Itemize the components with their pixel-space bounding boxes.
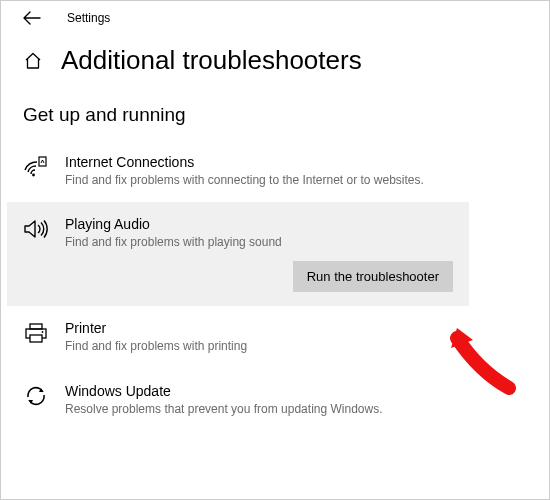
troubleshooter-update[interactable]: Windows Update Resolve problems that pre… xyxy=(7,369,469,431)
item-desc: Find and fix problems with connecting to… xyxy=(65,172,453,188)
troubleshooter-internet[interactable]: Internet Connections Find and fix proble… xyxy=(7,140,469,202)
svg-rect-1 xyxy=(39,157,46,166)
speaker-icon xyxy=(23,216,49,240)
item-desc: Resolve problems that prevent you from u… xyxy=(65,401,453,417)
section-title: Get up and running xyxy=(1,82,549,140)
back-button[interactable] xyxy=(23,11,41,25)
printer-icon xyxy=(23,320,49,344)
update-icon xyxy=(23,383,49,407)
svg-point-5 xyxy=(42,331,44,333)
item-name: Printer xyxy=(65,320,453,336)
item-desc: Find and fix problems with playing sound xyxy=(65,234,453,250)
troubleshooter-audio[interactable]: Playing Audio Find and fix problems with… xyxy=(7,202,469,306)
item-name: Playing Audio xyxy=(65,216,453,232)
item-name: Windows Update xyxy=(65,383,453,399)
app-title: Settings xyxy=(67,11,110,25)
item-name: Internet Connections xyxy=(65,154,453,170)
troubleshooter-printer[interactable]: Printer Find and fix problems with print… xyxy=(7,306,469,368)
item-desc: Find and fix problems with printing xyxy=(65,338,453,354)
svg-rect-2 xyxy=(30,324,42,329)
svg-rect-4 xyxy=(30,335,42,342)
troubleshooter-list: Internet Connections Find and fix proble… xyxy=(1,140,549,431)
page-title: Additional troubleshooters xyxy=(61,45,362,76)
home-icon[interactable] xyxy=(23,51,43,71)
wifi-diag-icon xyxy=(23,154,49,178)
svg-point-0 xyxy=(32,174,35,177)
run-troubleshooter-button[interactable]: Run the troubleshooter xyxy=(293,261,453,292)
